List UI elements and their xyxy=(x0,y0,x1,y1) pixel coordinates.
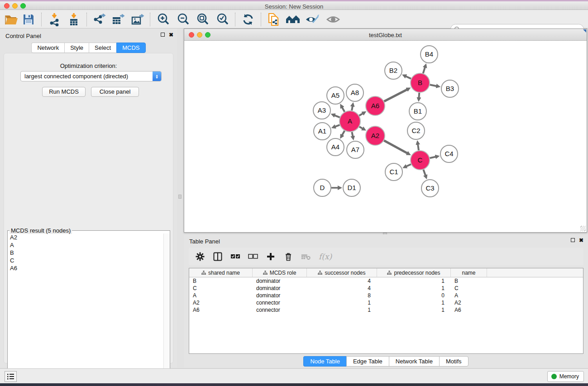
table-cell[interactable]: 1 xyxy=(377,285,451,292)
hide-graphics-details-icon[interactable] xyxy=(305,12,320,27)
select-all-rows-icon[interactable] xyxy=(230,254,240,259)
node-D[interactable]: D xyxy=(314,179,331,196)
refresh-layout-icon[interactable] xyxy=(240,12,256,27)
edge-A-A4[interactable] xyxy=(342,131,345,135)
tab-network-table[interactable]: Network Table xyxy=(389,356,439,367)
memory-button[interactable]: Memory xyxy=(547,371,584,382)
table-cell[interactable]: 1 xyxy=(307,299,377,306)
node-A5[interactable]: A5 xyxy=(327,87,344,104)
edge-C-C4[interactable] xyxy=(430,157,435,158)
table-cell[interactable]: dominator xyxy=(253,292,307,299)
edge-B-B1[interactable] xyxy=(419,93,419,98)
delete-column-icon[interactable] xyxy=(283,252,293,261)
node-A4[interactable]: A4 xyxy=(327,138,344,156)
table-cell[interactable]: 1 xyxy=(377,299,451,306)
edge-A-A6[interactable] xyxy=(359,114,363,116)
table-row[interactable]: Bdominator41B xyxy=(189,277,583,285)
table-cell[interactable]: A2 xyxy=(451,299,487,306)
result-scrollbar[interactable] xyxy=(163,234,169,382)
edge-B-B2[interactable] xyxy=(406,76,411,78)
table-cell[interactable]: C xyxy=(189,285,253,292)
import-table-icon[interactable] xyxy=(66,12,81,27)
table-cell[interactable]: A xyxy=(189,292,253,299)
settings-gear-icon[interactable] xyxy=(195,252,205,261)
close-table-panel-icon[interactable]: ✖ xyxy=(579,238,583,243)
zoom-in-icon[interactable] xyxy=(156,12,171,27)
table-cell[interactable]: A6 xyxy=(189,306,253,314)
table-cell[interactable]: 1 xyxy=(377,277,451,285)
table-cell[interactable]: dominator xyxy=(253,277,307,285)
table-row[interactable]: A2connector11A2 xyxy=(189,299,583,306)
node-A2[interactable]: A2 xyxy=(366,126,385,145)
node-C1[interactable]: C1 xyxy=(385,163,402,181)
tab-mcds[interactable]: MCDS xyxy=(116,43,145,53)
mcds-result-item[interactable]: A xyxy=(8,241,164,249)
tab-style[interactable]: Style xyxy=(64,43,89,53)
column-header-name[interactable]: name xyxy=(451,268,487,277)
node-B2[interactable]: B2 xyxy=(385,62,402,79)
resize-grip-icon[interactable] xyxy=(580,226,586,231)
edge-A-A3[interactable] xyxy=(335,115,340,118)
edge-C-C2[interactable] xyxy=(418,144,419,150)
tab-select[interactable]: Select xyxy=(89,43,116,53)
edge-C-C1[interactable] xyxy=(406,164,411,167)
tab-edge-table[interactable]: Edge Table xyxy=(346,356,389,367)
column-header-predecessor-nodes[interactable]: predecessor nodes xyxy=(377,268,451,277)
edge-A6-B[interactable] xyxy=(384,90,407,101)
table-cell[interactable]: 0 xyxy=(377,292,451,299)
float-table-panel-icon[interactable] xyxy=(571,238,575,242)
node-C2[interactable]: C2 xyxy=(407,122,425,139)
table-cell[interactable]: A6 xyxy=(451,306,487,314)
function-builder-icon[interactable]: f(x) xyxy=(319,252,332,261)
column-selector-icon[interactable] xyxy=(213,252,223,261)
optimization-criterion-dropdown[interactable]: largest connected component (directed) ▲… xyxy=(20,71,162,81)
edge-A-A1[interactable] xyxy=(335,125,339,127)
first-neighbors-icon[interactable] xyxy=(285,12,301,27)
tab-network[interactable]: Network xyxy=(31,43,64,53)
vertical-splitter-handle[interactable] xyxy=(178,195,182,199)
table-cell[interactable]: dominator xyxy=(253,285,307,292)
import-network-icon[interactable] xyxy=(47,12,62,27)
node-B4[interactable]: B4 xyxy=(421,46,438,63)
mcds-result-item[interactable]: C xyxy=(8,257,164,264)
run-mcds-button[interactable]: Run MCDS xyxy=(42,87,86,97)
node-B3[interactable]: B3 xyxy=(441,80,459,97)
table-cell[interactable]: 8 xyxy=(307,292,377,299)
table-row[interactable]: Adominator80A xyxy=(189,292,583,299)
edge-A-A2[interactable] xyxy=(359,127,363,129)
edge-B-B4[interactable] xyxy=(423,67,425,73)
save-session-icon[interactable] xyxy=(21,12,36,27)
table-cell[interactable]: connector xyxy=(253,299,307,306)
column-header-successor-nodes[interactable]: successor nodes xyxy=(307,268,377,277)
node-B[interactable]: B xyxy=(411,73,430,92)
task-history-button[interactable] xyxy=(5,371,17,382)
open-file-icon[interactable] xyxy=(4,12,19,27)
show-graphics-details-icon[interactable] xyxy=(325,12,341,27)
network-window-titlebar[interactable]: testGlobe.txt xyxy=(184,29,587,41)
deselect-all-rows-icon[interactable] xyxy=(248,254,258,259)
node-C4[interactable]: C4 xyxy=(440,145,458,162)
mcds-result-item[interactable]: B xyxy=(8,249,164,257)
table-row[interactable]: Cdominator41C xyxy=(189,285,583,292)
network-canvas[interactable]: B4B2BB3A8A5A6A3B1AC2A1A2A4A7C4CC1DD1C3 xyxy=(184,41,587,232)
table-row[interactable]: A6connector11A6 xyxy=(189,306,583,314)
mcds-result-item[interactable]: A6 xyxy=(8,264,164,272)
zoom-fit-icon[interactable] xyxy=(195,12,210,27)
export-network-icon[interactable] xyxy=(91,12,107,27)
edge-A2-C[interactable] xyxy=(384,141,407,153)
export-image-icon[interactable] xyxy=(130,12,145,27)
table-cell[interactable]: C xyxy=(451,285,487,292)
tab-node-table[interactable]: Node Table xyxy=(303,356,346,367)
tab-motifs[interactable]: Motifs xyxy=(439,356,468,367)
close-panel-button[interactable]: Close panel xyxy=(91,87,139,97)
column-header-shared-name[interactable]: shared name xyxy=(189,268,253,277)
edge-C-C3[interactable] xyxy=(423,170,425,176)
table-cell[interactable]: 4 xyxy=(307,285,377,292)
table-cell[interactable]: connector xyxy=(253,306,307,314)
export-table-icon[interactable] xyxy=(110,12,126,27)
node-C3[interactable]: C3 xyxy=(421,180,439,197)
node-D1[interactable]: D1 xyxy=(343,179,360,196)
zoom-selected-icon[interactable] xyxy=(215,12,230,27)
node-A3[interactable]: A3 xyxy=(313,102,330,119)
delete-table-icon[interactable] xyxy=(301,253,311,260)
